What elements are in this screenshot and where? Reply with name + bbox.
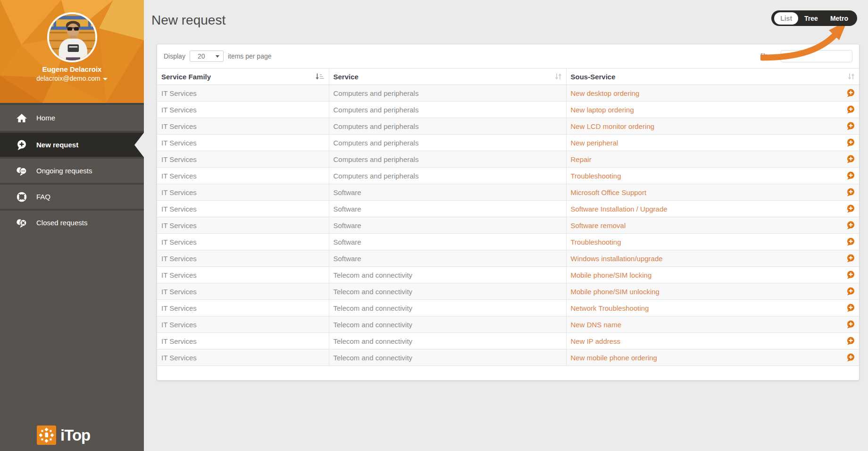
- add-request-icon[interactable]: [846, 138, 855, 147]
- sous-service-link[interactable]: Software removal: [571, 221, 626, 230]
- user-email-dropdown[interactable]: delacroix@demo.com: [0, 75, 144, 82]
- add-request-icon[interactable]: [846, 188, 855, 196]
- cell-service-family: IT Services: [157, 168, 329, 184]
- itop-logo-icon: [37, 425, 56, 445]
- view-toggle-metro[interactable]: Metro: [824, 12, 854, 25]
- add-request-icon[interactable]: [846, 221, 855, 230]
- add-request-icon[interactable]: [846, 204, 855, 213]
- cell-sous-service: Windows installation/upgrade: [566, 250, 859, 267]
- sous-service-link[interactable]: Microsoft Office Support: [571, 188, 647, 196]
- sous-service-link[interactable]: Troubleshooting: [571, 238, 621, 246]
- items-per-page-select[interactable]: 20: [190, 51, 224, 62]
- sous-service-link[interactable]: New peripheral: [571, 139, 618, 147]
- cell-service: Computers and peripherals: [329, 151, 566, 168]
- cell-sous-service: New IP address: [566, 333, 859, 349]
- add-request-icon[interactable]: [846, 155, 855, 163]
- itop-logo: iTop: [37, 425, 90, 445]
- items-per-page-value: 20: [198, 52, 205, 60]
- cell-service: Telecom and connectivity: [329, 267, 566, 283]
- main-content: New request List Tree Metro Display 20 i…: [144, 0, 868, 451]
- closed-requests-icon: [16, 217, 27, 229]
- sous-service-link[interactable]: Mobile phone/SIM unlocking: [571, 288, 659, 296]
- table-row: IT Services Computers and peripherals Ne…: [157, 118, 859, 135]
- itop-logo-text: iTop: [60, 426, 90, 444]
- view-toggle: List Tree Metro: [771, 10, 857, 26]
- cell-sous-service: Microsoft Office Support: [566, 184, 859, 201]
- cell-service-family: IT Services: [157, 102, 329, 118]
- chevron-down-icon: [103, 78, 108, 80]
- sidebar-item-new-request[interactable]: New request: [0, 131, 144, 157]
- sidebar-item-label: FAQ: [36, 193, 50, 201]
- table-row: IT Services Telecom and connectivity New…: [157, 349, 859, 366]
- add-request-icon[interactable]: [846, 304, 855, 312]
- sous-service-link[interactable]: Windows installation/upgrade: [571, 255, 663, 263]
- add-request-icon[interactable]: [846, 254, 855, 263]
- view-toggle-list[interactable]: List: [774, 12, 798, 25]
- sous-service-link[interactable]: Mobile phone/SIM locking: [571, 271, 652, 279]
- sous-service-link[interactable]: Repair: [571, 155, 592, 163]
- cell-service-family: IT Services: [157, 234, 329, 250]
- sidebar-item-home[interactable]: Home: [0, 105, 144, 131]
- add-request-icon[interactable]: [846, 271, 855, 279]
- table-row: IT Services Computers and peripherals Tr…: [157, 168, 859, 184]
- filter-input[interactable]: [781, 50, 852, 62]
- sous-service-link[interactable]: New laptop ordering: [571, 106, 634, 114]
- cell-service-family: IT Services: [157, 118, 329, 135]
- cell-service-family: IT Services: [157, 184, 329, 201]
- cell-service: Telecom and connectivity: [329, 283, 566, 300]
- cell-service: Telecom and connectivity: [329, 300, 566, 316]
- table-row: IT Services Telecom and connectivity Mob…: [157, 283, 859, 300]
- sous-service-link[interactable]: Software Installation / Upgrade: [571, 205, 668, 213]
- sidebar-item-closed-requests[interactable]: Closed requests: [0, 209, 144, 235]
- sous-service-link[interactable]: New IP address: [571, 337, 621, 345]
- add-request-icon[interactable]: [846, 287, 855, 296]
- add-request-icon[interactable]: [846, 171, 855, 180]
- cell-sous-service: Mobile phone/SIM locking: [566, 267, 859, 283]
- add-request-icon[interactable]: [846, 320, 855, 329]
- add-request-icon[interactable]: [846, 238, 855, 246]
- add-request-icon[interactable]: [846, 353, 855, 362]
- cell-service-family: IT Services: [157, 217, 329, 234]
- cell-service: Software: [329, 250, 566, 267]
- add-request-icon[interactable]: [846, 89, 855, 97]
- sous-service-link[interactable]: Network Troubleshooting: [571, 304, 649, 312]
- table-toolbar: Display 20 items per page filter :: [157, 44, 859, 68]
- column-header-service[interactable]: Service: [329, 68, 566, 85]
- view-toggle-tree[interactable]: Tree: [798, 12, 824, 25]
- column-header-sous-service[interactable]: Sous-Service: [566, 68, 859, 85]
- cell-service: Software: [329, 234, 566, 250]
- new-request-icon: [16, 139, 27, 151]
- cell-service: Computers and peripherals: [329, 102, 566, 118]
- sort-asc-icon: [316, 73, 325, 80]
- user-name: Eugene Delacroix: [0, 65, 144, 73]
- table-row: IT Services Software Software Installati…: [157, 201, 859, 217]
- request-catalog-panel: Display 20 items per page filter : Servi…: [157, 44, 860, 381]
- sous-service-link[interactable]: New mobile phone ordering: [571, 354, 657, 362]
- sous-service-link[interactable]: New DNS name: [571, 321, 622, 329]
- table-row: IT Services Software Microsoft Office Su…: [157, 184, 859, 201]
- sidebar-item-label: Home: [36, 114, 55, 122]
- table-row: IT Services Telecom and connectivity Mob…: [157, 267, 859, 283]
- cell-service: Telecom and connectivity: [329, 349, 566, 366]
- cell-service-family: IT Services: [157, 267, 329, 283]
- add-request-icon[interactable]: [846, 337, 855, 345]
- sous-service-link[interactable]: New desktop ordering: [571, 89, 640, 97]
- sidebar-item-faq[interactable]: FAQ: [0, 183, 144, 209]
- cell-sous-service: Network Troubleshooting: [566, 300, 859, 316]
- sous-service-link[interactable]: Troubleshooting: [571, 172, 621, 180]
- column-header-service-family[interactable]: Service Family: [157, 68, 329, 85]
- add-request-icon[interactable]: [846, 105, 855, 114]
- cell-service: Software: [329, 201, 566, 217]
- cell-sous-service: Software removal: [566, 217, 859, 234]
- sidebar-item-label: Closed requests: [36, 219, 87, 227]
- add-request-icon[interactable]: [846, 122, 855, 130]
- column-header-label: Service Family: [161, 73, 211, 81]
- column-header-label: Service: [334, 73, 359, 81]
- user-profile: Eugene Delacroix delacroix@demo.com: [0, 0, 144, 103]
- cell-service: Telecom and connectivity: [329, 316, 566, 333]
- table-row: IT Services Computers and peripherals Ne…: [157, 102, 859, 118]
- cell-sous-service: Repair: [566, 151, 859, 168]
- sous-service-link[interactable]: New LCD monitor ordering: [571, 122, 655, 130]
- cell-sous-service: Software Installation / Upgrade: [566, 201, 859, 217]
- sidebar-item-ongoing-requests[interactable]: Ongoing requests: [0, 157, 144, 183]
